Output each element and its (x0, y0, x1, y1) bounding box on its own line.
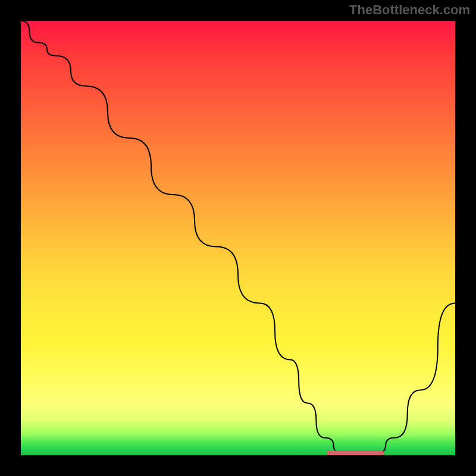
chart-container: TheBottleneck.com (0, 0, 476, 476)
bottleneck-curve-path (21, 21, 455, 453)
curve-svg (21, 21, 455, 455)
watermark-text: TheBottleneck.com (349, 2, 470, 18)
plot-area (21, 21, 455, 455)
